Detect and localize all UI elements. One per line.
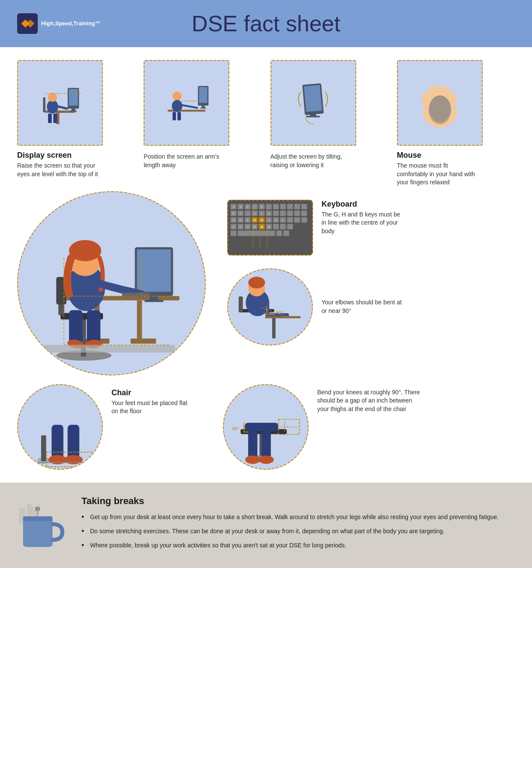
svg-rect-140: [283, 231, 289, 236]
svg-rect-92: [273, 210, 279, 216]
svg-text:F: F: [247, 219, 249, 222]
svg-rect-181: [23, 517, 53, 547]
position-screen-svg: [149, 65, 224, 141]
svg-text:90°: 90°: [232, 426, 239, 431]
svg-rect-31: [307, 116, 320, 117]
breaks-title: Taking breaks: [81, 496, 515, 507]
svg-rect-94: [287, 210, 293, 216]
svg-point-175: [258, 455, 274, 464]
svg-rect-76: [273, 204, 279, 210]
svg-rect-12: [53, 114, 57, 123]
elbow-svg: 90°: [228, 269, 312, 345]
position-screen-circle: [144, 60, 229, 146]
svg-rect-138: [237, 231, 275, 236]
svg-rect-78: [287, 204, 293, 210]
svg-text:O: O: [268, 212, 270, 215]
top-row: Display screen Raise the screen so that …: [17, 60, 515, 187]
svg-text:H: H: [261, 219, 263, 222]
svg-rect-130: [287, 224, 293, 229]
keyboard-desc: The G, H and B keys must be in line with…: [322, 210, 403, 236]
svg-rect-158: [41, 435, 46, 461]
breaks-content: Taking breaks Get up from your desk at l…: [81, 496, 515, 555]
svg-rect-46: [131, 339, 156, 344]
mouse-circle: [397, 60, 483, 146]
chair-title: Chair: [111, 388, 193, 397]
svg-point-9: [48, 93, 57, 102]
svg-text:G: G: [254, 219, 256, 222]
main-figure-svg: [18, 192, 205, 375]
svg-point-21: [173, 92, 182, 101]
svg-rect-137: [231, 231, 237, 236]
svg-rect-17: [199, 87, 207, 103]
svg-text:B: B: [254, 225, 256, 228]
svg-text:T: T: [240, 212, 241, 215]
svg-rect-95: [294, 210, 300, 216]
svg-rect-111: [287, 217, 293, 223]
svg-text:D: D: [240, 219, 242, 222]
svg-text:K: K: [275, 219, 277, 222]
svg-text:Y: Y: [246, 212, 249, 215]
breaks-section: Taking breaks Get up from your desk at l…: [0, 483, 532, 568]
svg-rect-160: [68, 425, 79, 458]
mouse-item: Mouse The mouse must fit comfortably in …: [397, 60, 515, 187]
main-figure-circle: [17, 191, 206, 375]
svg-text:N: N: [261, 225, 263, 228]
display-screen-svg: [22, 65, 98, 141]
right-info: 4 5 6 7 8: [227, 191, 515, 345]
chair-circle: [17, 384, 103, 470]
chair-right: 90° Bend your knees at roughly 90°. Ther…: [223, 384, 424, 470]
chair-text: Chair Your feet must be placed flat on t…: [111, 384, 193, 416]
logo-area: High,Speed,Training™: [17, 13, 101, 34]
adjust-screen-item: Adjust the screen by tilting, raising or…: [271, 60, 388, 169]
breaks-list: Get up from your desk at least once ever…: [81, 513, 515, 550]
mouse-desc: The mouse must fit comfortably in your h…: [397, 162, 478, 187]
svg-text:J: J: [268, 219, 269, 222]
mug-svg: [17, 496, 64, 551]
mouse-title: Mouse: [397, 151, 421, 160]
svg-rect-128: [273, 224, 279, 229]
break-item-3: Where possible, break up your work activ…: [81, 541, 515, 550]
svg-rect-19: [201, 108, 206, 109]
svg-point-15: [149, 65, 224, 141]
knee-desc: Bend your knees at roughly 90°. There sh…: [317, 384, 424, 414]
svg-rect-139: [277, 231, 283, 236]
svg-text:8: 8: [261, 205, 263, 208]
svg-text:4: 4: [233, 205, 234, 208]
svg-text:V: V: [246, 225, 249, 228]
svg-rect-25: [177, 112, 181, 120]
keyboard-section: 4 5 6 7 8: [227, 200, 515, 255]
svg-text:S: S: [232, 219, 234, 222]
elbow-desc: Your elbows should be bent at or near 90…: [322, 298, 403, 315]
main-figure-area: [17, 191, 214, 375]
knee-svg: 90°: [224, 385, 308, 469]
svg-text:C: C: [240, 225, 242, 228]
svg-text:R: R: [232, 212, 234, 215]
svg-rect-59: [69, 310, 83, 344]
svg-rect-184: [35, 507, 40, 511]
svg-text:U: U: [254, 212, 256, 215]
mouse-svg: [402, 65, 478, 141]
svg-rect-154: [265, 316, 301, 318]
page-title: DSE fact sheet: [192, 11, 340, 36]
svg-rect-129: [280, 224, 286, 229]
header: High,Speed,Training™ DSE fact sheet: [0, 0, 532, 47]
chair-desc: Your feet must be placed flat on the flo…: [111, 399, 193, 416]
svg-text:X: X: [232, 225, 234, 228]
svg-rect-18: [202, 105, 205, 107]
break-item-2: Do some stretching exercises. These can …: [81, 527, 515, 536]
svg-rect-96: [301, 210, 307, 216]
svg-rect-112: [294, 217, 300, 223]
position-screen-item: Position the screen an arm's length away: [144, 60, 261, 169]
middle-section: 4 5 6 7 8: [17, 191, 515, 375]
svg-rect-5: [69, 89, 78, 105]
svg-text:6: 6: [247, 205, 249, 208]
bottom-row: Chair Your feet must be placed flat on t…: [17, 384, 515, 470]
keyboard-svg: 4 5 6 7 8: [228, 201, 312, 255]
svg-rect-75: [266, 204, 272, 210]
svg-rect-13: [43, 97, 45, 112]
knee-circle: 90°: [223, 384, 309, 470]
svg-rect-29: [304, 85, 322, 112]
svg-rect-48: [137, 249, 171, 292]
display-screen-circle: [17, 60, 103, 146]
svg-rect-24: [173, 112, 176, 120]
